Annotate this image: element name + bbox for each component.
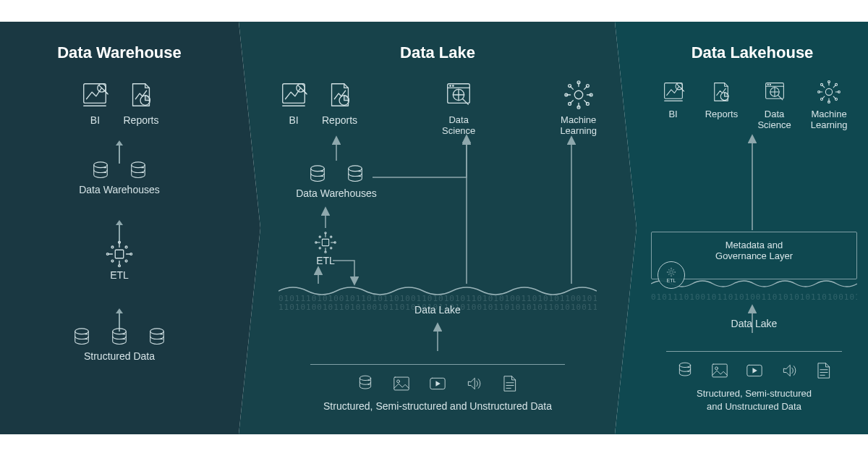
- reports-node: Reports: [322, 80, 357, 136]
- image-icon: [710, 360, 730, 381]
- database-icon: [355, 373, 375, 394]
- bi-icon: [278, 80, 309, 110]
- ml-label: Machine Learning: [560, 114, 597, 136]
- binary-decoration: 01011101001011010100110101010110100101: [651, 292, 857, 302]
- lake-label: Data Lake: [651, 318, 857, 329]
- ds-label: Data Science: [442, 114, 475, 136]
- etl-badge: ETL: [658, 261, 685, 289]
- document-icon: [500, 373, 520, 394]
- ds-label: Data Science: [757, 109, 791, 130]
- row-consumers: BI Reports: [0, 80, 239, 126]
- dw-label: Data Warehouses: [79, 184, 160, 195]
- panel-data-lakehouse: Data Lakehouse BI Reports Data Science M…: [615, 22, 868, 434]
- ml-node: Machine Learning: [560, 80, 597, 136]
- bi-icon: [661, 80, 686, 104]
- binary-decoration: 1101010010110101001011010101011010100101…: [278, 303, 597, 312]
- audio-icon: [464, 373, 484, 394]
- bi-label: BI: [668, 109, 677, 119]
- database-icon: [69, 326, 94, 350]
- bi-label: BI: [90, 114, 100, 126]
- row-source: Structured Data: [0, 326, 239, 362]
- src-label: Structured Data: [84, 350, 155, 362]
- database-icon: [126, 159, 150, 184]
- etl-label: ETL: [110, 269, 129, 281]
- database-icon: [305, 163, 330, 187]
- reports-node: Reports: [123, 80, 158, 126]
- src-label: Structured, Semi-structured and Unstruct…: [697, 388, 812, 412]
- data-science-icon: [443, 80, 474, 110]
- governance-layer: Metadata and Governance Layer ETL 010111…: [651, 232, 857, 329]
- ml-label: Machine Learning: [811, 109, 848, 130]
- src-label: Structured, Semi-structured and Unstruct…: [323, 400, 552, 412]
- bi-label: BI: [289, 114, 298, 126]
- etl-label: ETL: [667, 278, 676, 283]
- etl-icon: [104, 239, 135, 269]
- reports-icon: [126, 80, 156, 110]
- data-lake-layer: 0101110101001011010110100110101010110101…: [278, 284, 597, 316]
- data-science-icon: [762, 80, 787, 104]
- machine-learning-icon: [563, 80, 594, 110]
- reports-node: Reports: [705, 80, 739, 130]
- row-etl: ETL: [293, 230, 358, 266]
- reports-icon: [325, 80, 355, 110]
- row-source: Structured, Semi-structured and Unstruct…: [651, 345, 857, 413]
- diagram-stage: Data Warehouse BI Reports Data Warehouse…: [0, 0, 868, 456]
- etl-icon: [313, 230, 338, 255]
- row-etl: ETL: [0, 239, 239, 281]
- row-dw: Data Warehouses: [275, 163, 398, 199]
- ds-node: Data Science: [757, 80, 791, 130]
- video-icon: [744, 360, 765, 381]
- machine-learning-icon: [817, 80, 841, 104]
- database-icon: [343, 163, 367, 187]
- database-icon: [145, 326, 169, 350]
- row-source: Structured, Semi-structured and Unstruct…: [278, 358, 597, 413]
- row-dw: Data Warehouses: [0, 159, 239, 195]
- metadata-governance-box: Metadata and Governance Layer ETL: [651, 232, 857, 279]
- reports-icon: [709, 80, 733, 104]
- database-icon: [675, 360, 695, 381]
- ml-node: Machine Learning: [811, 80, 848, 130]
- meta-label: Metadata and Governance Layer: [715, 240, 793, 261]
- bi-icon: [80, 80, 110, 110]
- ds-node: Data Science: [442, 80, 475, 136]
- panel-data-warehouse: Data Warehouse BI Reports Data Warehouse…: [0, 22, 260, 434]
- reports-label: Reports: [123, 114, 158, 126]
- database-icon: [107, 326, 132, 350]
- dw-label: Data Warehouses: [296, 187, 377, 199]
- image-icon: [391, 373, 412, 394]
- bi-node: BI: [661, 80, 686, 130]
- document-icon: [814, 360, 834, 381]
- audio-icon: [779, 360, 799, 381]
- bi-node: BI: [80, 80, 110, 126]
- video-icon: [427, 373, 448, 394]
- panel-data-lake: Data Lake BI Reports Data Science: [239, 22, 637, 434]
- reports-label: Reports: [705, 109, 739, 119]
- bi-node: BI: [278, 80, 309, 136]
- panel-title: Data Warehouse: [0, 43, 239, 62]
- etl-label: ETL: [316, 255, 335, 266]
- reports-label: Reports: [322, 114, 357, 126]
- database-icon: [88, 159, 113, 184]
- etl-icon: [666, 267, 676, 277]
